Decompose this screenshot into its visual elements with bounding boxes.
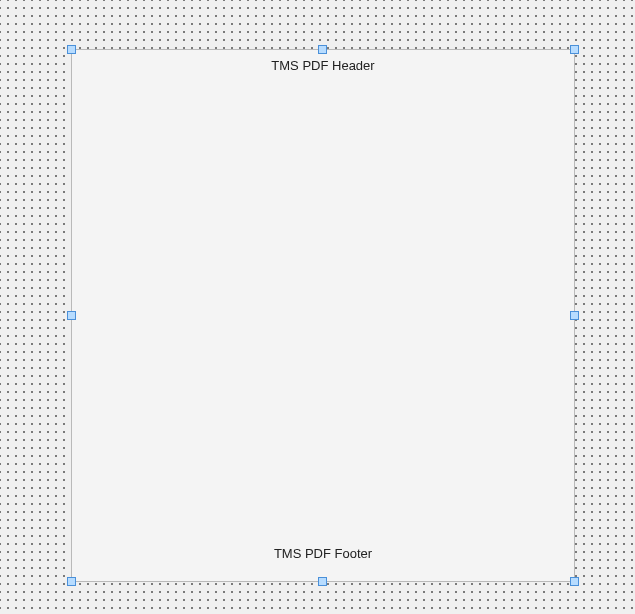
pdf-header-label: TMS PDF Header bbox=[72, 58, 574, 73]
resize-handle-middle-left[interactable] bbox=[67, 311, 76, 320]
resize-handle-bottom-right[interactable] bbox=[570, 577, 579, 586]
pdf-footer-label: TMS PDF Footer bbox=[72, 546, 574, 561]
resize-handle-top-left[interactable] bbox=[67, 45, 76, 54]
pdf-component[interactable]: TMS PDF Header TMS PDF Footer bbox=[71, 49, 575, 582]
resize-handle-bottom-left[interactable] bbox=[67, 577, 76, 586]
resize-handle-bottom-center[interactable] bbox=[318, 577, 327, 586]
form-designer-surface[interactable]: TMS PDF Header TMS PDF Footer bbox=[0, 0, 635, 614]
resize-handle-top-right[interactable] bbox=[570, 45, 579, 54]
resize-handle-middle-right[interactable] bbox=[570, 311, 579, 320]
resize-handle-top-center[interactable] bbox=[318, 45, 327, 54]
